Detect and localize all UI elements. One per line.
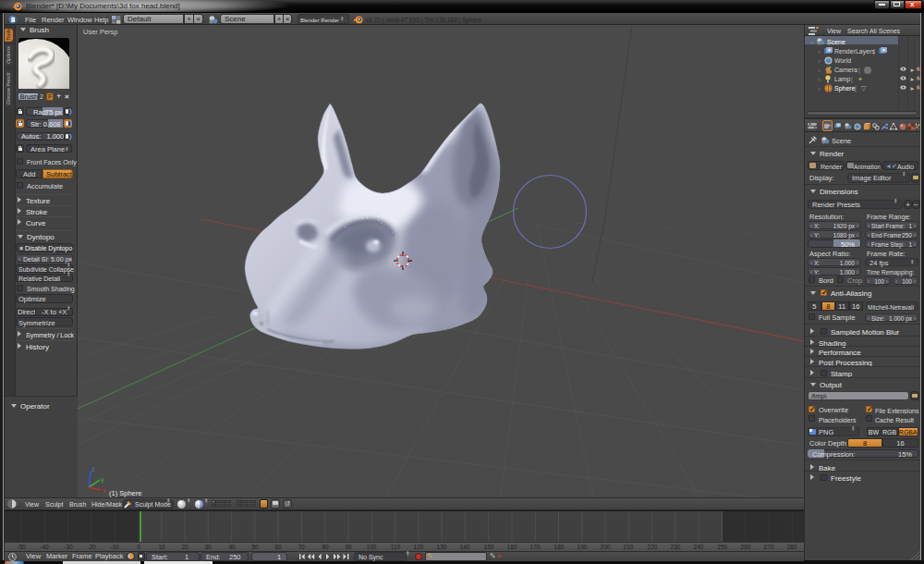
svg-text:y: y	[101, 476, 104, 484]
svg-text:x: x	[103, 487, 106, 494]
svg-text:z: z	[91, 466, 95, 472]
